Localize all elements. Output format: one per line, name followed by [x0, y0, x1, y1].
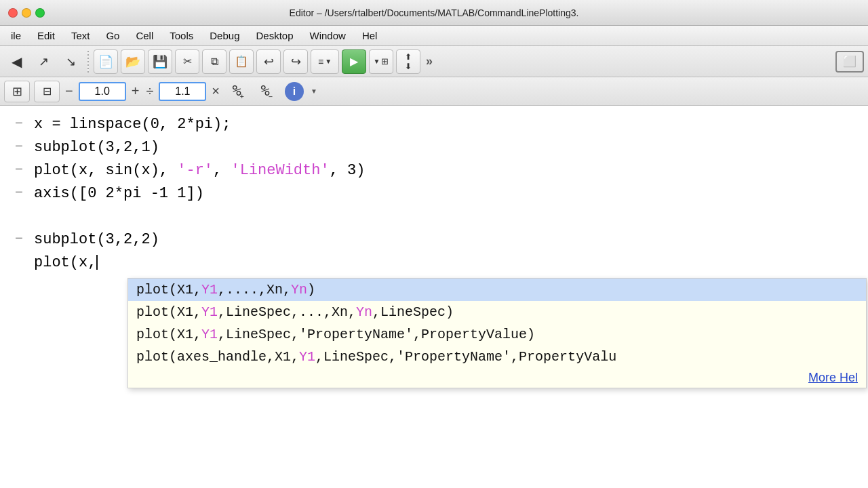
cell-nav-button[interactable]: ⊟ — [34, 81, 60, 102]
line-dash-4: − — [15, 183, 23, 203]
layout-icon: ⬜ — [843, 55, 856, 68]
merge-cells-button1[interactable]: %+ — [225, 79, 250, 104]
undo-button[interactable]: ↩ — [256, 49, 281, 74]
traffic-lights — [8, 8, 45, 18]
cut-button[interactable]: ✂ — [175, 49, 199, 74]
merge-cells-icon1: %+ — [232, 82, 242, 100]
forward-up-button[interactable]: ↗ — [31, 49, 56, 74]
code-text-3c: , — [213, 159, 231, 182]
step-up-button[interactable]: ⬆⬇ — [396, 49, 420, 74]
line-dash-3: − — [15, 160, 23, 180]
save-button[interactable]: 💾 — [148, 49, 172, 74]
redo-button[interactable]: ↪ — [283, 49, 308, 74]
run-options-icon: ▼ — [374, 58, 380, 65]
plus-label: + — [130, 83, 141, 99]
minus-label: − — [64, 83, 75, 99]
more-help-link[interactable]: More Hel — [128, 368, 866, 388]
code-line-4: − axis([0 2*pi -1 1]) — [34, 182, 868, 205]
code-text-2: subplot(3,2,1) — [34, 136, 159, 159]
menu-bar: ile Edit Text Go Cell Tools Debug Deskto… — [0, 26, 868, 46]
open-file-button[interactable]: 📂 — [121, 49, 145, 74]
code-text-5: subplot(3,2,2) — [34, 228, 159, 251]
ac-item-4-text: plot(axes_handle,X1,Y1,LineSpec,'Propert… — [136, 349, 616, 365]
info-icon: i — [285, 82, 304, 101]
cell-nav-icon: ⊟ — [43, 85, 52, 98]
info-dropdown-icon: ▼ — [311, 87, 317, 95]
code-line-1: − x = linspace(0, 2*pi); — [34, 113, 868, 136]
autocomplete-item-1[interactable]: plot(X1,Y1,....,Xn,Yn) — [128, 279, 866, 301]
menu-file[interactable]: ile — [3, 27, 29, 44]
menu-go[interactable]: Go — [98, 27, 127, 44]
menu-debug[interactable]: Debug — [201, 27, 248, 44]
line-dash-5: − — [15, 229, 23, 249]
cell-view-button[interactable]: ⊞ — [4, 81, 30, 102]
line-dash-1: − — [15, 114, 23, 134]
code-text-3d: 'LineWidth' — [231, 159, 329, 182]
cell-toolbar: ⊞ ⊟ − + ÷ × %+ %− i ▼ — [0, 77, 868, 106]
minimize-button[interactable] — [22, 8, 31, 18]
autocomplete-item-2[interactable]: plot(X1,Y1,LineSpec,...,Xn,Yn,LineSpec) — [128, 301, 866, 323]
code-line-empty — [34, 205, 868, 228]
code-text-6: plot(x, — [34, 251, 96, 274]
layout-button[interactable]: ⬜ — [835, 51, 864, 73]
editor-area[interactable]: − x = linspace(0, 2*pi); − subplot(3,2,1… — [0, 106, 868, 488]
text-cursor — [96, 255, 98, 270]
code-text-3e: , 3) — [330, 159, 366, 182]
main-toolbar: ◀ ↗ ↘ 📄 📂 💾 ✂ ⧉ 📋 ↩ ↪ ≡ ▼ ▶ ▼ ⊞ ⬆⬇ » ⬜ — [0, 46, 868, 77]
run-button[interactable]: ▶ — [342, 49, 366, 74]
code-line-6: plot(x, — [34, 251, 868, 274]
paste-button[interactable]: 📋 — [229, 49, 254, 74]
cell-value1-input[interactable] — [79, 82, 126, 101]
comment-button[interactable]: ≡ ▼ — [311, 49, 339, 74]
menu-edit[interactable]: Edit — [29, 27, 63, 44]
ac-item-3-text: plot(X1,Y1,LineSpec,'PropertyName',Prope… — [136, 327, 535, 342]
forward-down-button[interactable]: ↘ — [58, 49, 83, 74]
menu-tools[interactable]: Tools — [161, 27, 201, 44]
run-options-button[interactable]: ▼ ⊞ — [369, 49, 393, 74]
ac-item-2-text: plot(X1,Y1,LineSpec,...,Xn,Yn,LineSpec) — [136, 304, 454, 320]
code-text-4: axis([0 2*pi -1 1]) — [34, 182, 204, 205]
autocomplete-dropdown[interactable]: plot(X1,Y1,....,Xn,Yn) plot(X1,Y1,LineSp… — [127, 278, 867, 388]
divide-label: ÷ — [144, 83, 155, 99]
merge-cells-button2[interactable]: %− — [254, 79, 278, 104]
comment-dropdown-icon: ▼ — [325, 58, 332, 65]
autocomplete-item-4[interactable]: plot(axes_handle,X1,Y1,LineSpec,'Propert… — [128, 346, 866, 368]
autocomplete-item-3[interactable]: plot(X1,Y1,LineSpec,'PropertyName',Prope… — [128, 323, 866, 346]
menu-cell[interactable]: Cell — [127, 27, 161, 44]
menu-text[interactable]: Text — [63, 27, 98, 44]
step-icon: ⊞ — [381, 56, 389, 66]
more-buttons[interactable]: » — [423, 54, 435, 68]
comment-icon: ≡ — [318, 56, 323, 67]
toolbar-separator-1 — [87, 51, 89, 73]
window-title: Editor – /Users/rtalbert/Documents/MATLA… — [290, 7, 579, 18]
title-bar: Editor – /Users/rtalbert/Documents/MATLA… — [0, 0, 868, 26]
menu-help[interactable]: Hel — [354, 27, 386, 44]
back-button[interactable]: ◀ — [4, 49, 28, 74]
info-button[interactable]: i — [282, 79, 307, 104]
code-editor[interactable]: − x = linspace(0, 2*pi); − subplot(3,2,1… — [0, 106, 868, 281]
menu-desktop[interactable]: Desktop — [248, 27, 301, 44]
copy-button[interactable]: ⧉ — [202, 49, 226, 74]
times-label: × — [210, 83, 221, 99]
ac-item-1-text: plot(X1,Y1,....,Xn,Yn) — [136, 282, 315, 298]
code-text-1: x = linspace(0, 2*pi); — [34, 113, 231, 136]
new-file-button[interactable]: 📄 — [94, 49, 118, 74]
code-line-3: − plot(x, sin(x), '-r', 'LineWidth', 3) — [34, 159, 868, 182]
code-text-3b: '-r' — [177, 159, 213, 182]
line-dash-2: − — [15, 137, 23, 157]
code-line-2: − subplot(3,2,1) — [34, 136, 868, 159]
cell-view-icon: ⊞ — [12, 84, 22, 99]
menu-window[interactable]: Window — [302, 27, 354, 44]
code-text-3a: plot(x, sin(x), — [34, 159, 177, 182]
cell-value2-input[interactable] — [159, 82, 206, 101]
merge-cells-icon2: %− — [260, 82, 271, 100]
maximize-button[interactable] — [35, 8, 45, 18]
code-line-5: − subplot(3,2,2) — [34, 228, 868, 251]
close-button[interactable] — [8, 8, 18, 18]
